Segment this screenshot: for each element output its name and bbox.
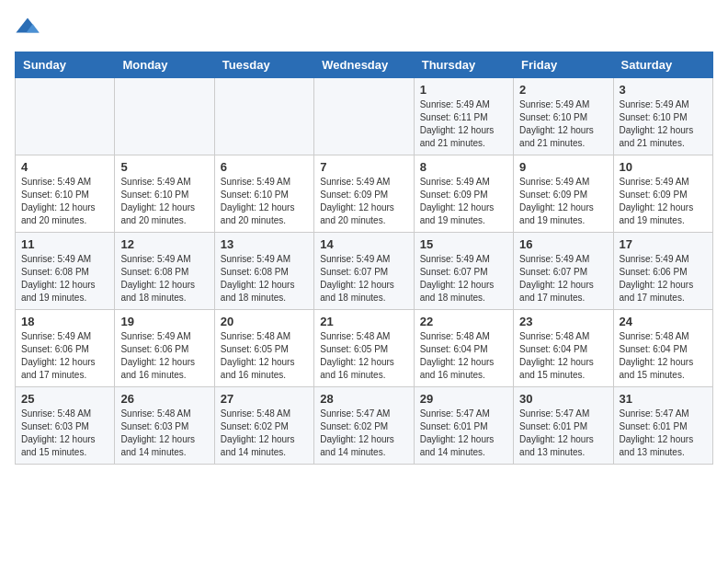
- day-info: Sunrise: 5:49 AM Sunset: 6:11 PM Dayligh…: [420, 98, 507, 150]
- logo-icon: [15, 15, 40, 40]
- day-number: 27: [221, 392, 308, 406]
- day-number: 30: [519, 392, 607, 406]
- calendar-cell: 17Sunrise: 5:49 AM Sunset: 6:06 PM Dayli…: [613, 233, 712, 310]
- calendar-cell: [314, 78, 414, 155]
- logo: [15, 15, 44, 40]
- header: [15, 15, 713, 40]
- day-info: Sunrise: 5:48 AM Sunset: 6:04 PM Dayligh…: [519, 330, 607, 382]
- day-info: Sunrise: 5:48 AM Sunset: 6:03 PM Dayligh…: [21, 408, 108, 459]
- day-number: 23: [519, 315, 607, 328]
- day-info: Sunrise: 5:49 AM Sunset: 6:10 PM Dayligh…: [120, 176, 208, 227]
- calendar-cell: [16, 78, 115, 155]
- calendar-cell: 26Sunrise: 5:48 AM Sunset: 6:03 PM Dayli…: [115, 387, 214, 465]
- calendar-cell: 12Sunrise: 5:49 AM Sunset: 6:08 PM Dayli…: [115, 233, 214, 310]
- calendar-cell: 22Sunrise: 5:48 AM Sunset: 6:04 PM Dayli…: [414, 310, 513, 387]
- calendar-cell: 27Sunrise: 5:48 AM Sunset: 6:02 PM Dayli…: [214, 387, 313, 465]
- calendar-cell: 1Sunrise: 5:49 AM Sunset: 6:11 PM Daylig…: [414, 78, 513, 155]
- calendar-cell: 5Sunrise: 5:49 AM Sunset: 6:10 PM Daylig…: [115, 155, 214, 233]
- day-info: Sunrise: 5:47 AM Sunset: 6:01 PM Dayligh…: [420, 408, 507, 459]
- calendar-cell: 3Sunrise: 5:49 AM Sunset: 6:10 PM Daylig…: [613, 78, 712, 155]
- day-number: 22: [420, 315, 507, 328]
- calendar-cell: 13Sunrise: 5:49 AM Sunset: 6:08 PM Dayli…: [214, 233, 313, 310]
- day-number: 2: [519, 83, 607, 97]
- calendar-cell: 10Sunrise: 5:49 AM Sunset: 6:09 PM Dayli…: [613, 155, 712, 233]
- day-number: 14: [320, 237, 407, 251]
- day-number: 31: [620, 392, 707, 406]
- calendar-cell: 30Sunrise: 5:47 AM Sunset: 6:01 PM Dayli…: [514, 387, 613, 465]
- day-info: Sunrise: 5:49 AM Sunset: 6:06 PM Dayligh…: [21, 330, 108, 382]
- day-info: Sunrise: 5:48 AM Sunset: 6:04 PM Dayligh…: [620, 330, 707, 382]
- day-number: 6: [221, 160, 308, 174]
- header-day-monday: Monday: [115, 52, 214, 78]
- calendar-week-row: 25Sunrise: 5:48 AM Sunset: 6:03 PM Dayli…: [16, 387, 713, 465]
- calendar-table: SundayMondayTuesdayWednesdayThursdayFrid…: [15, 52, 713, 465]
- header-day-wednesday: Wednesday: [314, 52, 414, 78]
- header-day-sunday: Sunday: [16, 52, 115, 78]
- day-info: Sunrise: 5:49 AM Sunset: 6:06 PM Dayligh…: [620, 253, 707, 304]
- calendar-cell: 2Sunrise: 5:49 AM Sunset: 6:10 PM Daylig…: [514, 78, 613, 155]
- day-info: Sunrise: 5:49 AM Sunset: 6:10 PM Dayligh…: [620, 98, 707, 150]
- day-number: 29: [420, 392, 507, 406]
- calendar-cell: [115, 78, 214, 155]
- day-number: 19: [120, 315, 208, 328]
- day-number: 13: [221, 237, 308, 251]
- calendar-cell: 29Sunrise: 5:47 AM Sunset: 6:01 PM Dayli…: [414, 387, 513, 465]
- day-number: 26: [120, 392, 208, 406]
- day-number: 18: [21, 315, 108, 328]
- calendar-cell: 31Sunrise: 5:47 AM Sunset: 6:01 PM Dayli…: [613, 387, 712, 465]
- day-info: Sunrise: 5:49 AM Sunset: 6:06 PM Dayligh…: [120, 330, 208, 382]
- calendar-cell: 19Sunrise: 5:49 AM Sunset: 6:06 PM Dayli…: [115, 310, 214, 387]
- calendar-week-row: 11Sunrise: 5:49 AM Sunset: 6:08 PM Dayli…: [16, 233, 713, 310]
- calendar-week-row: 4Sunrise: 5:49 AM Sunset: 6:10 PM Daylig…: [16, 155, 713, 233]
- day-info: Sunrise: 5:47 AM Sunset: 6:01 PM Dayligh…: [620, 408, 707, 459]
- calendar-cell: 18Sunrise: 5:49 AM Sunset: 6:06 PM Dayli…: [16, 310, 115, 387]
- header-day-saturday: Saturday: [613, 52, 712, 78]
- day-info: Sunrise: 5:47 AM Sunset: 6:01 PM Dayligh…: [519, 408, 607, 459]
- day-info: Sunrise: 5:48 AM Sunset: 6:02 PM Dayligh…: [221, 408, 308, 459]
- day-number: 17: [620, 237, 707, 251]
- day-info: Sunrise: 5:49 AM Sunset: 6:07 PM Dayligh…: [320, 253, 407, 304]
- calendar-cell: 8Sunrise: 5:49 AM Sunset: 6:09 PM Daylig…: [414, 155, 513, 233]
- header-day-tuesday: Tuesday: [214, 52, 313, 78]
- day-info: Sunrise: 5:48 AM Sunset: 6:05 PM Dayligh…: [221, 330, 308, 382]
- calendar-cell: 7Sunrise: 5:49 AM Sunset: 6:09 PM Daylig…: [314, 155, 414, 233]
- calendar-cell: 25Sunrise: 5:48 AM Sunset: 6:03 PM Dayli…: [16, 387, 115, 465]
- calendar-cell: 9Sunrise: 5:49 AM Sunset: 6:09 PM Daylig…: [514, 155, 613, 233]
- day-number: 24: [620, 315, 707, 328]
- day-info: Sunrise: 5:49 AM Sunset: 6:09 PM Dayligh…: [519, 176, 607, 227]
- day-number: 10: [620, 160, 707, 174]
- day-info: Sunrise: 5:48 AM Sunset: 6:04 PM Dayligh…: [420, 330, 507, 382]
- calendar-week-row: 1Sunrise: 5:49 AM Sunset: 6:11 PM Daylig…: [16, 78, 713, 155]
- day-number: 7: [320, 160, 407, 174]
- calendar-header: SundayMondayTuesdayWednesdayThursdayFrid…: [16, 52, 713, 78]
- day-number: 16: [519, 237, 607, 251]
- calendar-cell: 6Sunrise: 5:49 AM Sunset: 6:10 PM Daylig…: [214, 155, 313, 233]
- day-number: 25: [21, 392, 108, 406]
- day-number: 3: [620, 83, 707, 97]
- day-number: 5: [120, 160, 208, 174]
- day-number: 1: [420, 83, 507, 97]
- day-info: Sunrise: 5:49 AM Sunset: 6:10 PM Dayligh…: [221, 176, 308, 227]
- day-number: 11: [21, 237, 108, 251]
- calendar-cell: 28Sunrise: 5:47 AM Sunset: 6:02 PM Dayli…: [314, 387, 414, 465]
- calendar-week-row: 18Sunrise: 5:49 AM Sunset: 6:06 PM Dayli…: [16, 310, 713, 387]
- day-info: Sunrise: 5:48 AM Sunset: 6:03 PM Dayligh…: [120, 408, 208, 459]
- day-number: 8: [420, 160, 507, 174]
- day-info: Sunrise: 5:49 AM Sunset: 6:07 PM Dayligh…: [420, 253, 507, 304]
- day-info: Sunrise: 5:47 AM Sunset: 6:02 PM Dayligh…: [320, 408, 407, 459]
- calendar-cell: 4Sunrise: 5:49 AM Sunset: 6:10 PM Daylig…: [16, 155, 115, 233]
- calendar-cell: 14Sunrise: 5:49 AM Sunset: 6:07 PM Dayli…: [314, 233, 414, 310]
- day-number: 9: [519, 160, 607, 174]
- day-number: 21: [320, 315, 407, 328]
- day-info: Sunrise: 5:48 AM Sunset: 6:05 PM Dayligh…: [320, 330, 407, 382]
- calendar-body: 1Sunrise: 5:49 AM Sunset: 6:11 PM Daylig…: [16, 78, 713, 465]
- day-number: 4: [21, 160, 108, 174]
- header-day-friday: Friday: [514, 52, 613, 78]
- day-info: Sunrise: 5:49 AM Sunset: 6:09 PM Dayligh…: [620, 176, 707, 227]
- day-number: 15: [420, 237, 507, 251]
- calendar-cell: 24Sunrise: 5:48 AM Sunset: 6:04 PM Dayli…: [613, 310, 712, 387]
- day-info: Sunrise: 5:49 AM Sunset: 6:08 PM Dayligh…: [21, 253, 108, 304]
- day-number: 12: [120, 237, 208, 251]
- day-info: Sunrise: 5:49 AM Sunset: 6:08 PM Dayligh…: [120, 253, 208, 304]
- calendar-cell: 23Sunrise: 5:48 AM Sunset: 6:04 PM Dayli…: [514, 310, 613, 387]
